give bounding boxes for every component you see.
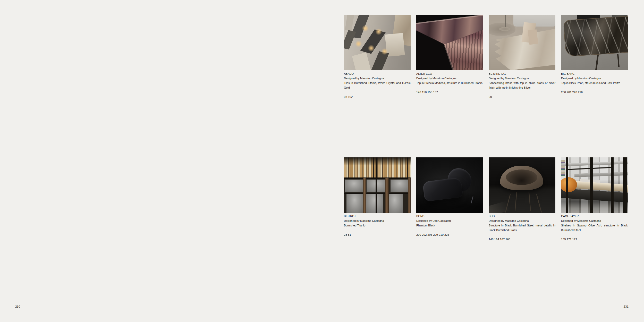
photo-shape (536, 194, 542, 213)
product-name: CAGE LAYER (561, 214, 628, 218)
photo-shape (574, 172, 628, 177)
photo-shape (385, 178, 389, 213)
catalog-spread: 230 ABACO Designed by Massimo Cas (0, 0, 644, 322)
photo-shape (344, 30, 356, 49)
photo-shape (489, 198, 521, 213)
product-page-references: 99 (489, 95, 555, 99)
product-photo-alter-ego (416, 15, 483, 70)
product-description: Top in Breccia Medicea, structure in Bur… (416, 81, 483, 85)
product-name: BE MINE XXL (489, 71, 555, 76)
photo-shape (387, 194, 403, 213)
product-description: Sandcasting brass with top in shine bras… (489, 81, 555, 90)
page-number-right: 231 (624, 304, 629, 309)
photo-shape (363, 178, 366, 213)
product-card-bug: BUG Designed by Massimo Castagna Structu… (489, 157, 555, 242)
product-designer: Designed by Massimo Castagna (489, 218, 555, 223)
photo-shape (590, 167, 612, 169)
product-page-references: 148 150 155 157 (416, 90, 483, 95)
photo-shape (563, 15, 628, 57)
product-designer: Designed by Massimo Castagna (344, 218, 411, 223)
product-page-references: 200 202 206 209 210 226 (416, 232, 483, 237)
photo-shape (344, 177, 411, 179)
product-photo-bug (489, 157, 555, 213)
product-info: BISTROT Designed by Massimo Castagna Bur… (344, 214, 411, 237)
product-info: BIG BANG Designed by Massimo Castagna To… (561, 71, 628, 95)
product-card-cage-layer: CAGE LAYER Designed by Massimo Castagna … (561, 157, 628, 242)
product-photo-bond (416, 157, 483, 213)
product-grid-row-2: BISTROT Designed by Massimo Castagna Bur… (344, 157, 628, 242)
product-photo-cage-layer (561, 157, 628, 213)
product-description: Tiles in Burnished Titanio, White Crysta… (344, 81, 411, 90)
photo-shape (391, 180, 409, 192)
product-name: ABACO (344, 71, 411, 76)
photo-light-glow (381, 48, 388, 55)
product-page-references: 23 81 (344, 232, 411, 237)
product-designer: Designed by Massimo Castagna (561, 76, 628, 81)
photo-shape (344, 157, 411, 178)
photo-shape (561, 161, 628, 166)
photo-light-glow (368, 45, 375, 52)
photo-shape (366, 194, 383, 213)
product-info: BUG Designed by Massimo Castagna Structu… (489, 214, 555, 242)
photo-shape (566, 157, 568, 213)
photo-shape (376, 157, 377, 213)
product-name: BISTROT (344, 214, 411, 218)
page-fold-divider (322, 0, 322, 322)
product-description: Structure in Black Burnished Steel, meta… (489, 223, 555, 232)
product-name: BUG (489, 214, 555, 218)
photo-shape (617, 54, 620, 67)
photo-shape (566, 168, 591, 170)
photo-shape (561, 160, 565, 176)
product-designer: Designed by Massimo Castagna (561, 218, 628, 223)
photo-shape (408, 178, 411, 213)
product-designer: Designed by Ugo Cacciatori (416, 218, 483, 223)
product-photo-be-mine-xxl (489, 15, 555, 70)
product-designer: Designed by Massimo Castagna (416, 76, 483, 81)
photo-light-glow (355, 40, 362, 47)
page-number-left: 230 (15, 304, 20, 309)
product-description: Shelves in Swamp Olive Ash, structure in… (561, 223, 628, 232)
product-designer: Designed by Massimo Castagna (344, 76, 411, 81)
photo-shape (345, 15, 355, 31)
photo-light-glow (375, 28, 382, 35)
photo-shape (590, 157, 593, 213)
photo-shape (611, 157, 614, 213)
product-info: BOND Designed by Ugo Cacciatori Phantom … (416, 214, 483, 237)
product-name: BIG BANG (561, 71, 628, 76)
product-description: Top in Black Pearl, structure in Sand Ca… (561, 81, 628, 85)
photo-light-glow (362, 25, 369, 32)
product-info: ALTER EGO Designed by Massimo Castagna T… (416, 71, 483, 95)
photo-shape (367, 180, 387, 192)
product-info: CAGE LAYER Designed by Massimo Castagna … (561, 214, 628, 242)
photo-shape (528, 192, 531, 211)
product-description: Phantom Black (416, 223, 483, 228)
product-page-references: 200 201 220 226 (561, 90, 628, 95)
product-page-references: 155 171 172 (561, 237, 628, 242)
product-card-alter-ego: ALTER EGO Designed by Massimo Castagna T… (416, 15, 483, 99)
photo-shape (346, 194, 362, 213)
product-card-be-mine-xxl: BE MINE XXL Designed by Massimo Castagna… (489, 15, 555, 99)
product-page-references: 148 164 167 168 (489, 237, 555, 242)
product-grid-row-1: ABACO Designed by Massimo Castagna Tiles… (344, 15, 628, 99)
product-card-abaco: ABACO Designed by Massimo Castagna Tiles… (344, 15, 411, 99)
photo-shape (345, 180, 363, 192)
product-card-bistrot: BISTROT Designed by Massimo Castagna Bur… (344, 157, 411, 242)
product-photo-abaco (344, 15, 411, 70)
photo-shape (471, 196, 473, 204)
product-info: ABACO Designed by Massimo Castagna Tiles… (344, 71, 411, 99)
product-page-references: 98 102 (344, 95, 411, 99)
product-name: ALTER EGO (416, 71, 483, 76)
product-photo-big-bang (561, 15, 628, 70)
photo-shape (528, 29, 538, 45)
photo-shape (352, 52, 372, 70)
photo-shape (623, 157, 627, 213)
product-name: BOND (416, 214, 483, 218)
product-designer: Designed by Massimo Castagna (489, 76, 555, 81)
photo-shape (344, 193, 411, 194)
product-card-big-bang: BIG BANG Designed by Massimo Castagna To… (561, 15, 628, 99)
product-description: Burnished Titanio (344, 223, 411, 228)
product-info: BE MINE XXL Designed by Massimo Castagna… (489, 71, 555, 99)
photo-shape (422, 177, 463, 202)
product-card-bond: BOND Designed by Ugo Cacciatori Phantom … (416, 157, 483, 242)
product-photo-bistrot (344, 157, 411, 213)
